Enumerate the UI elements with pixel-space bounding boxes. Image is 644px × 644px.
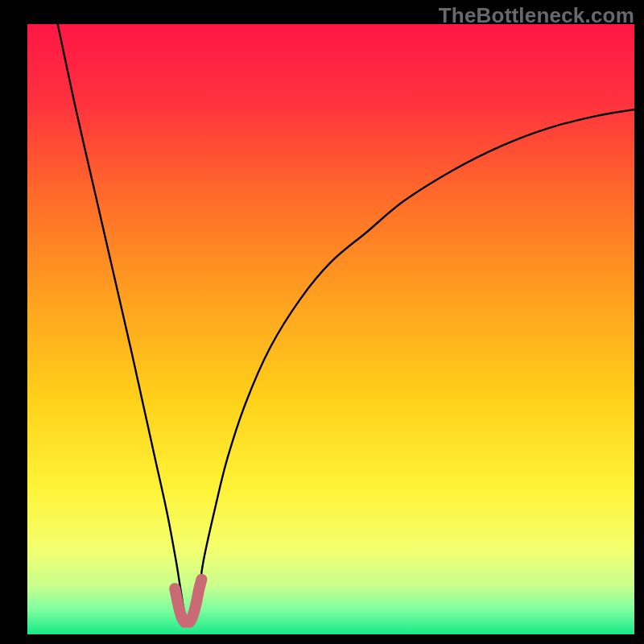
chart-frame: TheBottleneck.com bbox=[0, 0, 644, 644]
watermark-text: TheBottleneck.com bbox=[439, 3, 634, 28]
plot-area bbox=[27, 24, 634, 634]
bottom-marker bbox=[175, 580, 201, 622]
bottleneck-curve bbox=[58, 24, 634, 622]
curve-layer bbox=[27, 24, 634, 634]
